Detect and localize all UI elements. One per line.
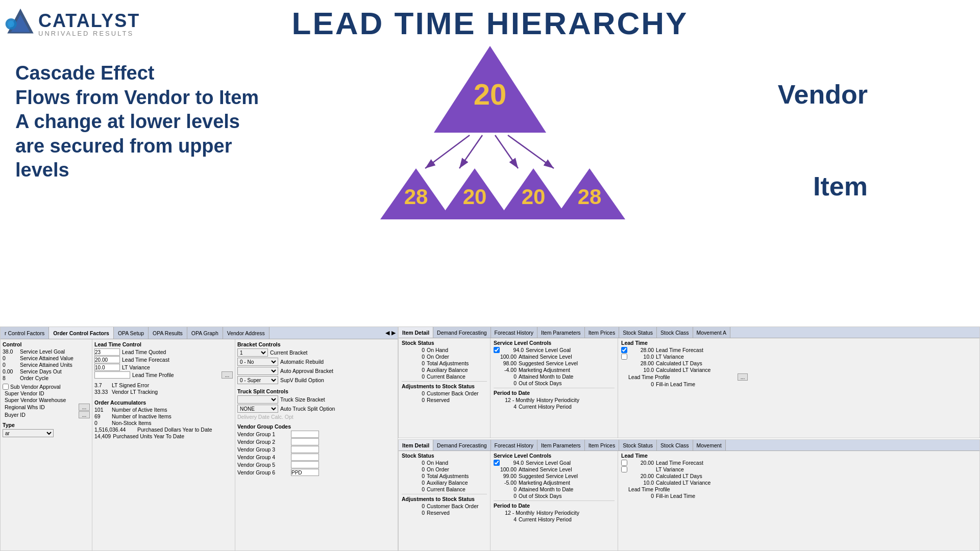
slc-suggested-val: 98.00 xyxy=(494,360,517,366)
tab-item-prices-bottom[interactable]: Item Prices xyxy=(585,440,620,450)
vg2-input[interactable] xyxy=(291,438,319,445)
auto-approval-row: Auto Approval Bracket xyxy=(237,367,396,375)
lt-calc-var-top: 10.0 Calculated LT Variance xyxy=(621,367,748,373)
tab-nav-right[interactable]: ▶ xyxy=(391,330,396,336)
lt-variance-chk-bottom[interactable] xyxy=(621,466,627,472)
lt-var-lbl-top: LT Variance xyxy=(656,354,748,360)
lt-forecast-chk-bottom[interactable] xyxy=(621,460,627,466)
slc-goal-chk[interactable] xyxy=(494,347,500,353)
tab-stock-class-bottom[interactable]: Stock Class xyxy=(657,440,693,450)
slc-marketing-val: -4.00 xyxy=(494,367,517,373)
ss-auxbal-lbl: Auxiliary Balance xyxy=(427,367,487,373)
tab-forecast-history-top[interactable]: Forecast History xyxy=(491,327,537,338)
lt-forecast-lbl-bottom: Lead Time Forecast xyxy=(656,460,748,466)
ss-auxbal-top: 0 Auxiliary Balance xyxy=(402,367,487,373)
lt-profile-dots[interactable]: ... xyxy=(222,371,233,379)
logo-tagline: UNRIVALED RESULTS xyxy=(38,30,140,37)
desc-line3: A change at lower levels xyxy=(15,110,265,134)
ss-totaladj-lbl: Total Adjustments xyxy=(427,360,487,366)
slc-goal-chk-b[interactable] xyxy=(494,460,500,466)
ss-onorder-val-b: 0 xyxy=(402,466,425,472)
lt-profile-input[interactable] xyxy=(94,371,130,379)
ns-lbl: Non-Stock Items xyxy=(112,420,233,426)
slc-attained-lbl-b: Attained Service Level xyxy=(519,466,615,472)
auto-rebuild-select[interactable]: 0 - No xyxy=(237,358,278,366)
vg6-input[interactable] xyxy=(291,469,319,476)
current-bracket-select[interactable]: 1 xyxy=(237,348,268,357)
lt-quoted-input[interactable] xyxy=(94,348,120,356)
tab-control-factors[interactable]: r Control Factors xyxy=(1,327,49,339)
sub-vendor-chk[interactable] xyxy=(3,384,9,390)
adj-title-top: Adjustments to Stock Status xyxy=(402,383,487,389)
ns-val: 0 xyxy=(94,420,110,426)
vg4-input[interactable] xyxy=(291,454,319,461)
stock-status-section-top: Stock Status 0 On Hand 0 On Order 0 Tota… xyxy=(399,338,491,438)
ss-totaladj-top: 0 Total Adjustments xyxy=(402,360,487,366)
vg1-row: Vendor Group 1 xyxy=(237,431,396,438)
tab-vendor-address[interactable]: Vendor Address xyxy=(223,327,270,339)
desc-line4: are secured from upper xyxy=(15,134,265,159)
bottom-val-3: 20 xyxy=(522,185,546,209)
lt-forecast-input[interactable] xyxy=(94,356,120,363)
slc-amtd-val-b: 0 xyxy=(494,486,517,492)
supv-build-lbl: SupV Build Option xyxy=(280,377,324,383)
active-items-row: 101 Number of Active Items xyxy=(94,407,233,413)
tab-item-parameters-top[interactable]: Item Parameters xyxy=(537,327,585,338)
buyer-dots[interactable]: ... xyxy=(79,411,90,418)
slc-attained-lbl: Attained Service Level xyxy=(519,354,615,360)
auto-truck-select[interactable]: NONE xyxy=(237,405,278,413)
service-attained-value-row: 0 Service Attained Value xyxy=(3,355,90,361)
tab-demand-forecasting-bottom[interactable]: Demand Forecasting xyxy=(433,440,491,450)
lt-fillin-val-bottom: 0 xyxy=(628,493,654,499)
period-hist-val-b: 12 - Monthly xyxy=(494,510,534,516)
lt-fillin-bottom: 0 Fill-in Lead Time xyxy=(621,493,748,499)
tab-opa-graph[interactable]: OPA Graph xyxy=(187,327,223,339)
period-cur-val-b: 4 xyxy=(494,516,517,522)
lt-profile-lbl-bottom: Lead Time Profile xyxy=(628,486,748,492)
tab-nav-left[interactable]: ◀ xyxy=(385,330,389,336)
pd-lbl: Purchased Dollars Year to Date xyxy=(137,427,233,433)
lt-forecast-chk-top[interactable] xyxy=(621,347,627,353)
lt-calc-lbl-top: Calculated LT Days xyxy=(656,360,748,366)
item-label: Item xyxy=(813,171,868,202)
auto-approval-select[interactable] xyxy=(237,367,278,375)
tab-movement-bottom[interactable]: Movement xyxy=(693,440,726,450)
tab-stock-status-bottom[interactable]: Stock Status xyxy=(619,440,657,450)
vg-header: Vendor Group Codes xyxy=(237,423,396,430)
tab-opa-results[interactable]: OPA Results xyxy=(149,327,187,339)
item-body-top: Stock Status 0 On Hand 0 On Order 0 Tota… xyxy=(399,338,979,438)
lt-calcvar-val-bottom: 10.0 xyxy=(628,480,654,486)
lt-calc-lbl-bottom: Calculated LT Days xyxy=(656,473,748,479)
period-hist-lbl-b: History Periodicity xyxy=(536,510,615,516)
lt-calc-var-bottom: 10.0 Calculated LT Variance xyxy=(621,480,748,486)
tab-item-detail-top[interactable]: Item Detail xyxy=(399,327,433,338)
lt-variance-chk-top[interactable] xyxy=(621,354,627,360)
regional-whs-dots[interactable]: ... xyxy=(79,404,90,411)
tab-order-control[interactable]: Order Control Factors xyxy=(49,327,114,339)
slc-suggested-lbl: Suggested Service Level xyxy=(519,360,615,366)
tab-demand-forecasting-top[interactable]: Demand Forecasting xyxy=(433,327,491,338)
lt-variance-input[interactable] xyxy=(94,364,120,371)
tab-stock-class-top[interactable]: Stock Class xyxy=(657,327,693,338)
lt-section-top: Lead Time 28.00 Lead Time Forecast 10.0 … xyxy=(618,338,751,438)
lt-profile-dots-top[interactable]: ... xyxy=(738,373,748,381)
truck-size-select[interactable] xyxy=(237,395,278,404)
lt-variance-lbl: LT Variance xyxy=(122,364,233,370)
tab-opa-setup[interactable]: OPA Setup xyxy=(114,327,149,339)
tab-item-parameters-bottom[interactable]: Item Parameters xyxy=(537,440,585,450)
type-select[interactable]: ar xyxy=(3,429,54,437)
tab-item-detail-bottom[interactable]: Item Detail xyxy=(399,440,433,450)
lt-profile-bottom: Lead Time Profile xyxy=(621,486,748,492)
vg3-row: Vendor Group 3 xyxy=(237,446,396,453)
tab-movement-top[interactable]: Movement A xyxy=(693,327,730,338)
vg5-input[interactable] xyxy=(291,461,319,468)
vg3-input[interactable] xyxy=(291,446,319,453)
tab-item-prices-top[interactable]: Item Prices xyxy=(585,327,620,338)
vg1-input[interactable] xyxy=(291,431,319,438)
sub-vendor-approval-row: Sub Vendor Approval xyxy=(3,384,90,390)
current-bracket-row: 1 Current Bracket xyxy=(237,348,396,357)
supv-build-select[interactable]: 0 - Super xyxy=(237,376,278,384)
tab-forecast-history-bottom[interactable]: Forecast History xyxy=(491,440,537,450)
tab-stock-status-top[interactable]: Stock Status xyxy=(619,327,657,338)
vg3-lbl: Vendor Group 3 xyxy=(237,446,291,453)
